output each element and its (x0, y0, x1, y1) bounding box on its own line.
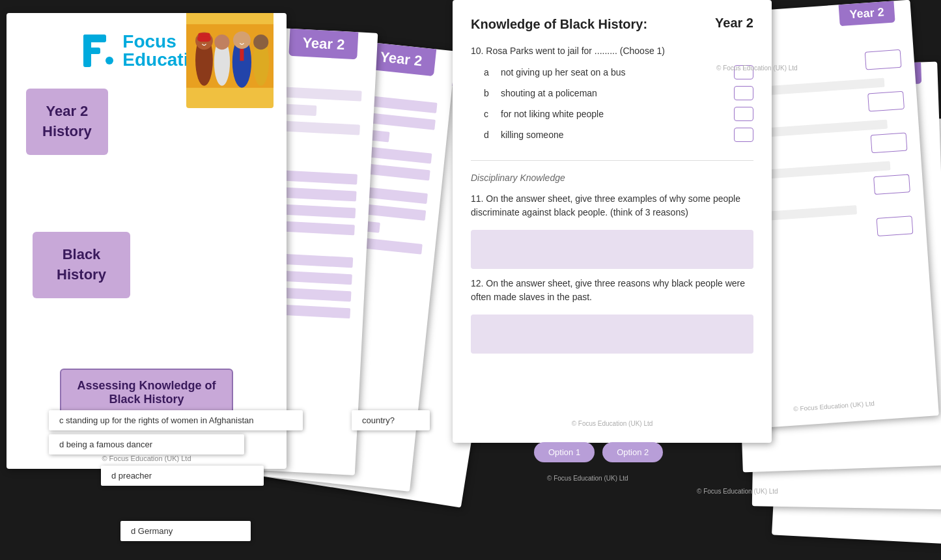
quiz-year: Year 2 (715, 16, 753, 31)
right-answer-box-1b (867, 91, 905, 111)
right-answer-box-1a (865, 49, 902, 70)
right-answer-box-1c (871, 132, 908, 153)
strip-5-text: country? (362, 415, 395, 425)
strip-2: d being a famous dancer (49, 434, 244, 455)
svg-point-3 (105, 57, 113, 64)
strip-4-text: d Germany (131, 526, 173, 536)
strip-5: country? (352, 410, 430, 430)
cover-assess-box: Assessing Knowledge ofBlack History (60, 369, 232, 417)
option-a-row: a not giving up her seat on a bus (471, 65, 753, 79)
quiz-header: Knowledge of Black History: Year 2 (471, 16, 753, 33)
quiz-footer: © Focus Education (UK) Ltd (471, 413, 753, 427)
option-d-row: d killing someone (471, 128, 753, 142)
question-12: 12. On the answer sheet, give three reas… (471, 277, 753, 304)
cover-page: Focus Education Year 2 History (7, 13, 287, 469)
strip-4: d Germany (120, 521, 251, 541)
svg-rect-2 (83, 48, 100, 54)
svg-rect-8 (198, 33, 210, 37)
cover-footer: © Focus Education (UK) Ltd (102, 455, 191, 462)
option-b-text: shouting at a policeman (501, 88, 726, 98)
svg-rect-1 (83, 35, 106, 42)
quiz-action-buttons: Option 1 Option 2 (534, 442, 663, 462)
svg-point-10 (214, 35, 229, 49)
cover-topic-box: Black History (33, 232, 130, 298)
strip-2-text: d being a famous dancer (59, 440, 152, 449)
svg-point-12 (233, 31, 251, 49)
cover-image (186, 13, 274, 108)
strip-3-text: d preacher (111, 471, 152, 481)
button-1[interactable]: Option 1 (534, 442, 595, 462)
question-10: 10. Rosa Parks went to jail for ........… (471, 46, 753, 56)
mid-footer: © Focus Education (UK) Ltd (547, 475, 628, 482)
right-year-1: Year 2 (838, 1, 895, 26)
answer-box-12 (471, 315, 753, 354)
strip-1-text: c standing up for the rights of women in… (59, 415, 253, 425)
quiz-title: Knowledge of Black History: (471, 16, 647, 33)
option-b-row: b shouting at a policeman (471, 86, 753, 100)
logo-icon (82, 33, 115, 69)
option-c-box (734, 107, 753, 121)
right-top-footer: © Focus Education (UK) Ltd (716, 64, 798, 72)
option-c-row: c for not liking white people (471, 107, 753, 121)
cover-assess-label: Assessing Knowledge ofBlack History (77, 379, 216, 406)
option-b-box (734, 86, 753, 100)
option-d-text: killing someone (501, 130, 726, 140)
year-badge-1: Year 2 (288, 29, 358, 59)
right-answer-box-1d (873, 174, 910, 195)
divider (471, 160, 753, 161)
button-2[interactable]: Option 2 (602, 442, 663, 462)
svg-rect-13 (240, 49, 244, 61)
answer-box-11 (471, 230, 753, 269)
option-d-box (734, 128, 753, 142)
disciplinary-label: Disciplinary Knowledge (471, 173, 753, 183)
svg-point-15 (253, 35, 268, 49)
cover-title-box: Year 2 History (26, 89, 108, 155)
strip-3: d preacher (101, 466, 264, 486)
option-c-text: for not liking white people (501, 109, 726, 119)
option-a-text: not giving up her seat on a bus (501, 67, 726, 77)
strip-1: c standing up for the rights of women in… (49, 410, 303, 430)
right-mid-footer: © Focus Education (UK) Ltd (697, 488, 778, 495)
people-illustration (186, 13, 274, 108)
right-answer-box-1e (877, 216, 914, 236)
question-11: 11. On the answer sheet, give three exam… (471, 192, 753, 219)
